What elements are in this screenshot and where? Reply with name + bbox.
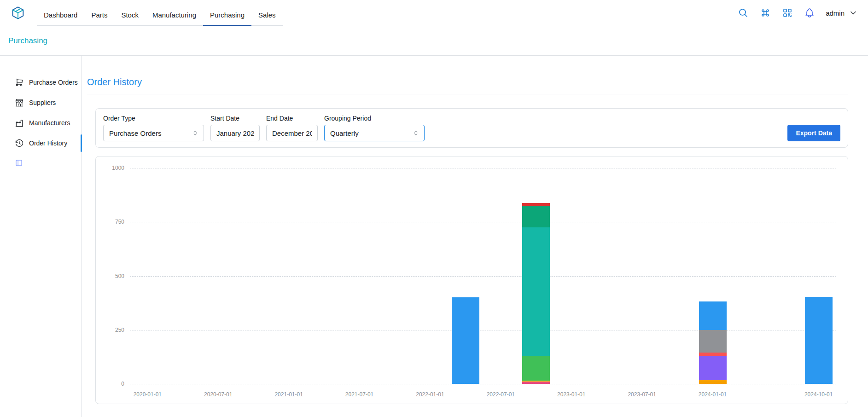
y-axis-tick-label: 750 (98, 219, 124, 225)
top-navbar: Dashboard Parts Stock Manufacturing Purc… (0, 0, 868, 26)
sidebar-item-label: Manufacturers (29, 119, 70, 127)
bar-2024-10-01[interactable] (805, 168, 833, 384)
sidebar-item-order-history[interactable]: Order History (0, 133, 81, 153)
gridline (130, 276, 836, 277)
x-axis-tick-label: 2023-01-01 (557, 391, 585, 398)
start-date-field: Start Date (210, 115, 260, 141)
page-title: Order History (87, 77, 868, 87)
start-date-input[interactable] (210, 125, 260, 141)
grouping-period-select[interactable]: Quarterly (324, 125, 425, 141)
tab-sales[interactable]: Sales (251, 5, 283, 26)
title-divider (87, 94, 848, 94)
sidebar-item-label: Suppliers (29, 99, 56, 106)
x-axis-tick-label: 2022-01-01 (416, 391, 444, 398)
select-updown-icon (412, 129, 419, 137)
gridline (130, 330, 836, 330)
tab-dashboard[interactable]: Dashboard (37, 5, 84, 26)
app-logo-icon[interactable] (10, 5, 26, 21)
building-store-icon (15, 98, 24, 107)
end-date-label: End Date (266, 115, 318, 122)
breadcrumb: Purchasing (0, 26, 868, 56)
bar-segment[interactable] (699, 353, 727, 356)
select-updown-icon (192, 129, 199, 137)
sidebar-item-purchase-orders[interactable]: Purchase Orders (0, 72, 81, 93)
navbar-actions: admin (737, 7, 858, 19)
tab-stock[interactable]: Stock (114, 5, 146, 26)
bar-segment[interactable] (522, 381, 550, 382)
bar-2024-01-01[interactable] (699, 168, 727, 384)
command-spotlight-icon[interactable] (759, 7, 771, 19)
gridline (130, 384, 836, 384)
start-date-label: Start Date (210, 115, 260, 122)
bar-segment[interactable] (805, 297, 833, 384)
chart-plot-area: 025050075010002020-01-012020-07-012021-0… (130, 168, 836, 384)
order-history-panel: Order History Order Type Purchase Orders… (82, 56, 868, 417)
bar-2022-04-01[interactable] (452, 168, 479, 384)
search-icon[interactable] (737, 7, 749, 19)
user-menu[interactable]: admin (826, 8, 858, 17)
bar-segment[interactable] (699, 330, 727, 352)
order-type-value: Purchase Orders (109, 129, 161, 137)
notifications-bell-icon[interactable] (804, 7, 816, 19)
end-date-input[interactable] (266, 125, 318, 141)
bar-segment[interactable] (452, 297, 479, 384)
grouping-period-label: Grouping Period (324, 115, 425, 122)
y-axis-tick-label: 0 (98, 381, 124, 387)
sidebar-item-label: Order History (29, 139, 67, 147)
order-type-label: Order Type (103, 115, 204, 122)
y-axis-tick-label: 250 (98, 327, 124, 333)
tab-parts[interactable]: Parts (84, 5, 114, 26)
bar-segment[interactable] (699, 380, 727, 384)
order-history-chart: 025050075010002020-01-012020-07-012021-0… (95, 156, 848, 404)
grouping-period-value: Quarterly (330, 129, 359, 137)
sidebar-item-suppliers[interactable]: Suppliers (0, 93, 81, 113)
filter-toolbar: Order Type Purchase Orders Start Date En… (95, 108, 848, 148)
bar-segment[interactable] (522, 356, 550, 381)
main-tabs: Dashboard Parts Stock Manufacturing Purc… (37, 5, 283, 26)
bar-segment[interactable] (522, 227, 550, 356)
bar-segment[interactable] (522, 203, 550, 206)
x-axis-tick-label: 2020-01-01 (134, 391, 162, 398)
sidebar-item-manufacturers[interactable]: Manufacturers (0, 113, 81, 133)
shopping-cart-icon (15, 78, 24, 87)
barcode-scan-icon[interactable] (781, 7, 793, 19)
x-axis-tick-label: 2021-01-01 (274, 391, 303, 398)
y-axis-tick-label: 1000 (98, 165, 124, 171)
order-type-select[interactable]: Purchase Orders (103, 125, 204, 141)
y-axis-tick-label: 500 (98, 273, 124, 279)
bar-2022-10-01[interactable] (522, 168, 550, 384)
gridline (130, 222, 836, 222)
x-axis-tick-label: 2023-07-01 (628, 391, 656, 398)
gridline (130, 168, 836, 168)
x-axis-tick-label: 2022-07-01 (487, 391, 515, 398)
factory-icon (15, 118, 24, 127)
end-date-field: End Date (266, 115, 318, 141)
grouping-period-field: Grouping Period Quarterly (324, 115, 425, 141)
sidebar-collapse-icon[interactable] (15, 159, 23, 167)
order-type-field: Order Type Purchase Orders (103, 115, 204, 141)
x-axis-tick-label: 2021-07-01 (345, 391, 373, 398)
x-axis-tick-label: 2024-01-01 (699, 391, 727, 398)
tab-manufacturing[interactable]: Manufacturing (146, 5, 203, 26)
chevron-down-icon (849, 8, 858, 17)
bar-segment[interactable] (522, 206, 550, 227)
export-data-button[interactable]: Export Data (787, 125, 840, 141)
bar-segment[interactable] (699, 301, 727, 330)
bar-segment[interactable] (522, 382, 550, 384)
tab-purchasing[interactable]: Purchasing (203, 5, 251, 26)
breadcrumb-purchasing[interactable]: Purchasing (8, 36, 47, 46)
purchasing-sidebar: Purchase Orders Suppliers Manufacturer (0, 56, 82, 417)
x-axis-tick-label: 2020-07-01 (204, 391, 232, 398)
x-axis-tick-label: 2024-10-01 (804, 391, 833, 398)
username-label: admin (826, 9, 845, 17)
sidebar-item-label: Purchase Orders (29, 79, 78, 86)
history-clock-icon (15, 139, 24, 148)
bar-segment[interactable] (699, 356, 727, 380)
